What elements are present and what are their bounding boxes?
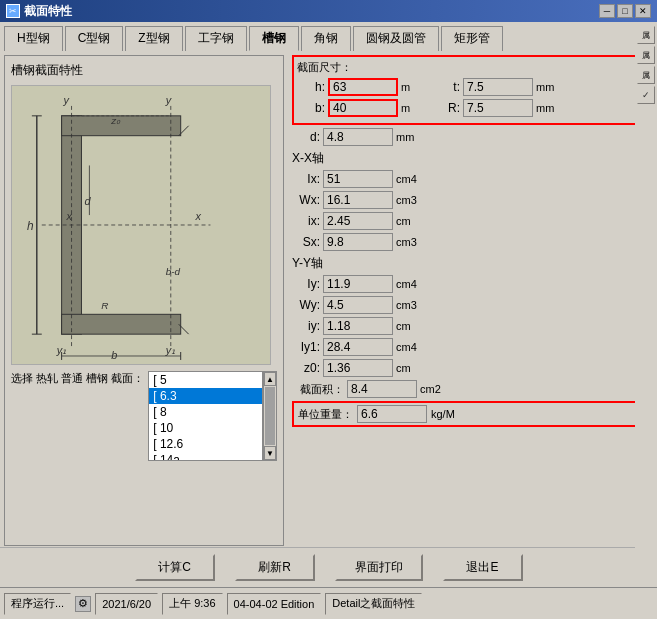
Ix-input[interactable] xyxy=(323,170,393,188)
prop-row-Ix: Ix: cm4 xyxy=(292,170,653,188)
sidebar-btn-3[interactable]: 属 xyxy=(637,66,655,84)
z0-input[interactable] xyxy=(323,359,393,377)
Wy-unit: cm3 xyxy=(396,299,424,311)
refresh-button[interactable]: 刷新R xyxy=(235,554,315,581)
area-unit: cm2 xyxy=(420,383,448,395)
listbox-scrollbar[interactable]: ▲ ▼ xyxy=(263,371,277,461)
b-unit: m xyxy=(401,102,429,114)
d-input[interactable] xyxy=(323,128,393,146)
Wx-input[interactable] xyxy=(323,191,393,209)
prop-row-Sx: Sx: cm3 xyxy=(292,233,653,251)
window-title: 截面特性 xyxy=(24,3,72,20)
list-item[interactable]: [ 5 xyxy=(149,372,262,388)
iy-unit: cm xyxy=(396,320,424,332)
z0-unit: cm xyxy=(396,362,424,374)
left-panel: 槽钢截面特性 xyxy=(4,55,284,546)
Iy-unit: cm4 xyxy=(396,278,424,290)
minimize-button[interactable]: ─ xyxy=(599,4,615,18)
right-sidebar: 属 属 属 ✓ xyxy=(635,22,657,587)
Iy1-unit: cm4 xyxy=(396,341,424,353)
list-item[interactable]: [ 12.6 xyxy=(149,436,262,452)
title-bar-left: ✂ 截面特性 xyxy=(6,3,72,20)
Sx-input[interactable] xyxy=(323,233,393,251)
svg-text:y: y xyxy=(63,94,70,106)
iy-input[interactable] xyxy=(323,317,393,335)
prop-row-d: d: mm xyxy=(292,128,653,146)
tab-round-steel[interactable]: 圆钢及圆管 xyxy=(353,26,439,51)
scroll-up-button[interactable]: ▲ xyxy=(264,372,276,386)
close-button[interactable]: ✕ xyxy=(635,4,651,18)
area-label: 截面积： xyxy=(292,382,344,397)
scroll-down-button[interactable]: ▼ xyxy=(264,446,276,460)
Iy-label: Iy: xyxy=(292,277,320,291)
sidebar-btn-2[interactable]: 属 xyxy=(637,46,655,64)
tab-h-steel[interactable]: H型钢 xyxy=(4,26,63,51)
svg-text:y₁: y₁ xyxy=(165,344,175,356)
sidebar-btn-1[interactable]: 属 xyxy=(637,26,655,44)
print-button[interactable]: 界面打印 xyxy=(335,554,423,581)
Iy1-input[interactable] xyxy=(323,338,393,356)
d-unit: mm xyxy=(396,131,424,143)
scroll-thumb[interactable] xyxy=(265,387,275,445)
steel-section-listbox[interactable]: [ 5 [ 6.3 [ 8 [ 10 [ 12.6 [ 14a xyxy=(148,371,263,461)
d-label: d: xyxy=(292,130,320,144)
area-input[interactable] xyxy=(347,380,417,398)
h-unit: m xyxy=(401,81,429,93)
svg-text:R: R xyxy=(101,300,108,311)
list-item[interactable]: [ 8 xyxy=(149,404,262,420)
status-detail: Detail之截面特性 xyxy=(325,593,422,615)
weight-label: 单位重量： xyxy=(298,407,353,422)
Wx-label: Wx: xyxy=(292,193,320,207)
tab-z-steel[interactable]: Z型钢 xyxy=(125,26,182,51)
R-input[interactable] xyxy=(463,99,533,117)
status-time: 上午 9:36 xyxy=(162,593,222,615)
prop-row-iy: iy: cm xyxy=(292,317,653,335)
weight-unit: kg/M xyxy=(431,408,459,420)
prop-row-b: b: m R: mm xyxy=(297,99,648,117)
list-item-selected[interactable]: [ 6.3 xyxy=(149,388,262,404)
Iy-input[interactable] xyxy=(323,275,393,293)
b-label: b: xyxy=(297,101,325,115)
y-axis-header: Y-Y轴 xyxy=(292,255,653,272)
status-bar: 程序运行... ⚙ 2021/6/20 上午 9:36 04-04-02 Edi… xyxy=(0,587,657,619)
sidebar-btn-check[interactable]: ✓ xyxy=(637,86,655,104)
title-bar: ✂ 截面特性 ─ □ ✕ xyxy=(0,0,657,22)
svg-text:d: d xyxy=(84,195,91,207)
tab-c-steel[interactable]: C型钢 xyxy=(65,26,124,51)
weight-highlight-box: 单位重量： kg/M xyxy=(292,401,653,427)
tabs-row: H型钢 C型钢 Z型钢 工字钢 槽钢 角钢 圆钢及圆管 矩形管 xyxy=(4,26,653,51)
ix-unit: cm xyxy=(396,215,424,227)
t-input[interactable] xyxy=(463,78,533,96)
Wy-input[interactable] xyxy=(323,296,393,314)
prop-row-Iy: Iy: cm4 xyxy=(292,275,653,293)
status-segment-running: 程序运行... xyxy=(4,593,71,615)
h-label: h: xyxy=(297,80,325,94)
R-unit: mm xyxy=(536,102,564,114)
calc-button[interactable]: 计算C xyxy=(135,554,215,581)
svg-text:x: x xyxy=(195,210,202,222)
weight-input[interactable] xyxy=(357,405,427,423)
R-label: R: xyxy=(432,101,460,115)
svg-rect-3 xyxy=(62,314,181,334)
selector-label: 选择 热轧 普通 槽钢 截面： xyxy=(11,371,144,386)
content-area: 槽钢截面特性 xyxy=(4,55,653,546)
b-input[interactable] xyxy=(328,99,398,117)
tab-angle-steel[interactable]: 角钢 xyxy=(301,26,351,51)
iy-label: iy: xyxy=(292,319,320,333)
list-item[interactable]: [ 10 xyxy=(149,420,262,436)
selector-label-text: 选择 热轧 普通 槽钢 截面： xyxy=(11,372,144,384)
svg-text:z₀: z₀ xyxy=(110,115,121,126)
list-item[interactable]: [ 14a xyxy=(149,452,262,461)
tab-rect-tube[interactable]: 矩形管 xyxy=(441,26,503,51)
h-input[interactable] xyxy=(328,78,398,96)
Sx-unit: cm3 xyxy=(396,236,424,248)
ix-input[interactable] xyxy=(323,212,393,230)
maximize-button[interactable]: □ xyxy=(617,4,633,18)
svg-text:y₁: y₁ xyxy=(56,344,66,356)
tab-i-steel[interactable]: 工字钢 xyxy=(185,26,247,51)
ix-label: ix: xyxy=(292,214,320,228)
section-dim-title: 截面尺寸： xyxy=(297,60,648,75)
tab-channel-steel[interactable]: 槽钢 xyxy=(249,26,299,51)
prop-row-area: 截面积： cm2 xyxy=(292,380,653,398)
exit-button[interactable]: 退出E xyxy=(443,554,523,581)
